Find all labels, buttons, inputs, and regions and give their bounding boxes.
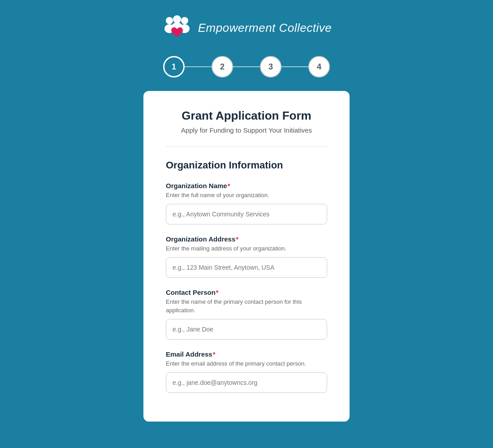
desc-org-name: Enter the full name of your organization… [166, 191, 327, 199]
input-email-address[interactable] [166, 372, 327, 393]
required-star-contact-person: * [216, 289, 219, 296]
label-org-address: Organization Address* [166, 235, 327, 243]
required-star-email-address: * [213, 350, 216, 358]
desc-org-address: Enter the mailing address of your organi… [166, 245, 327, 253]
label-contact-person: Contact Person* [166, 289, 327, 296]
label-email-address: Email Address* [166, 350, 327, 358]
step-line-3 [281, 66, 308, 67]
input-org-address[interactable] [166, 257, 327, 278]
field-org-name: Organization Name* Enter the full name o… [166, 182, 327, 224]
svg-point-0 [166, 17, 173, 24]
brand-name: Empowerment Collective [198, 21, 332, 35]
required-star-org-address: * [236, 235, 238, 243]
input-org-name[interactable] [166, 204, 327, 224]
step-line-1 [185, 66, 212, 67]
step-2[interactable]: 2 [212, 56, 233, 78]
field-org-address: Organization Address* Enter the mailing … [166, 235, 327, 278]
field-contact-person: Contact Person* Enter the name of the pr… [166, 289, 327, 339]
label-org-name: Organization Name* [166, 182, 327, 190]
form-divider [166, 146, 327, 147]
step-3[interactable]: 3 [260, 56, 281, 78]
input-contact-person[interactable] [166, 319, 327, 340]
svg-point-2 [181, 17, 188, 24]
step-4[interactable]: 4 [308, 56, 330, 78]
logo-icon [161, 13, 193, 43]
desc-email-address: Enter the email address of the primary c… [166, 360, 327, 368]
form-title: Grant Application Form [166, 109, 327, 123]
desc-contact-person: Enter the name of the primary contact pe… [166, 298, 327, 314]
step-indicator: 1 2 3 4 [163, 56, 330, 78]
form-card: Grant Application Form Apply for Funding… [143, 91, 350, 422]
svg-point-4 [173, 15, 181, 23]
field-email-address: Email Address* Enter the email address o… [166, 350, 327, 393]
step-1[interactable]: 1 [163, 56, 185, 78]
form-subtitle: Apply for Funding to Support Your Initia… [166, 126, 327, 134]
step-line-2 [233, 66, 260, 67]
logo-area: Empowerment Collective [161, 13, 332, 43]
required-star-org-name: * [228, 182, 230, 190]
section-title: Organization Information [166, 159, 327, 171]
